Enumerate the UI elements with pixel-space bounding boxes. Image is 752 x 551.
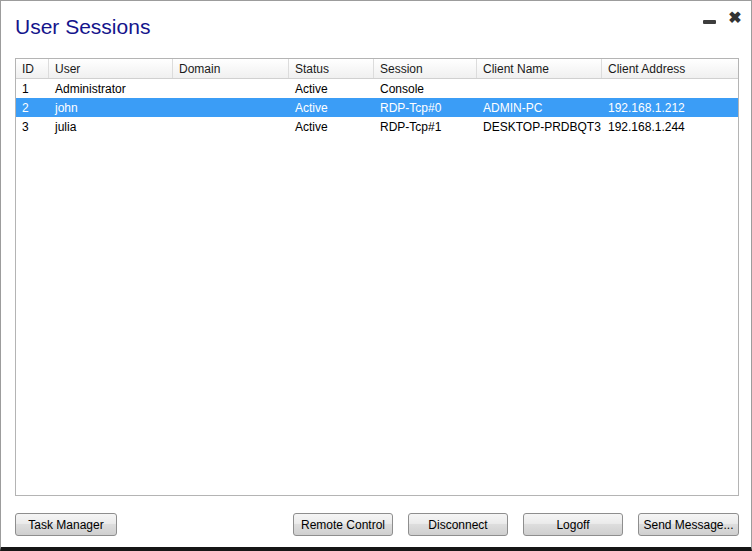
close-icon: ✖ [728, 10, 741, 26]
column-header-id[interactable]: ID [16, 59, 49, 78]
column-header-user[interactable]: User [49, 59, 173, 78]
cell-client-address: 192.168.1.212 [602, 98, 738, 117]
cell-client-address [602, 79, 738, 98]
remote-control-button[interactable]: Remote Control [293, 513, 393, 536]
cell-session: RDP-Tcp#1 [374, 117, 477, 136]
session-row[interactable]: 1 Administrator Active Console [16, 79, 738, 98]
cell-id: 3 [16, 117, 49, 136]
send-message-button[interactable]: Send Message... [638, 513, 739, 536]
window-controls: ✖ [700, 7, 745, 29]
window-title: User Sessions [15, 15, 150, 39]
user-sessions-window: User Sessions ✖ ID User Domain Status Se… [0, 0, 752, 551]
minimize-button[interactable] [700, 9, 718, 27]
cell-user: Administrator [49, 79, 173, 98]
disconnect-button[interactable]: Disconnect [408, 513, 508, 536]
cell-status: Active [289, 98, 374, 117]
cell-status: Active [289, 117, 374, 136]
column-header-status[interactable]: Status [289, 59, 374, 78]
close-button[interactable]: ✖ [725, 8, 745, 28]
cell-user: john [49, 98, 173, 117]
cell-domain [173, 79, 289, 98]
session-row[interactable]: 3 julia Active RDP-Tcp#1 DESKTOP-PRDBQT3… [16, 117, 738, 136]
cell-client-name: DESKTOP-PRDBQT3 [477, 117, 602, 136]
sessions-table-body: 1 Administrator Active Console 2 john Ac… [16, 79, 738, 136]
column-header-domain[interactable]: Domain [173, 59, 289, 78]
sessions-table-header: ID User Domain Status Session Client Nam… [16, 59, 738, 79]
cell-domain [173, 98, 289, 117]
cell-session: RDP-Tcp#0 [374, 98, 477, 117]
session-row[interactable]: 2 john Active RDP-Tcp#0 ADMIN-PC 192.168… [16, 98, 738, 117]
cell-id: 2 [16, 98, 49, 117]
column-header-client-address[interactable]: Client Address [602, 59, 738, 78]
cell-id: 1 [16, 79, 49, 98]
logoff-button[interactable]: Logoff [523, 513, 623, 536]
cell-domain [173, 117, 289, 136]
cell-client-name [477, 79, 602, 98]
cell-user: julia [49, 117, 173, 136]
cell-status: Active [289, 79, 374, 98]
column-header-client-name[interactable]: Client Name [477, 59, 602, 78]
task-manager-button[interactable]: Task Manager [15, 513, 117, 536]
sessions-table: ID User Domain Status Session Client Nam… [15, 58, 739, 496]
minimize-icon [703, 20, 716, 24]
cell-session: Console [374, 79, 477, 98]
cell-client-name: ADMIN-PC [477, 98, 602, 117]
cell-client-address: 192.168.1.244 [602, 117, 738, 136]
column-header-session[interactable]: Session [374, 59, 477, 78]
